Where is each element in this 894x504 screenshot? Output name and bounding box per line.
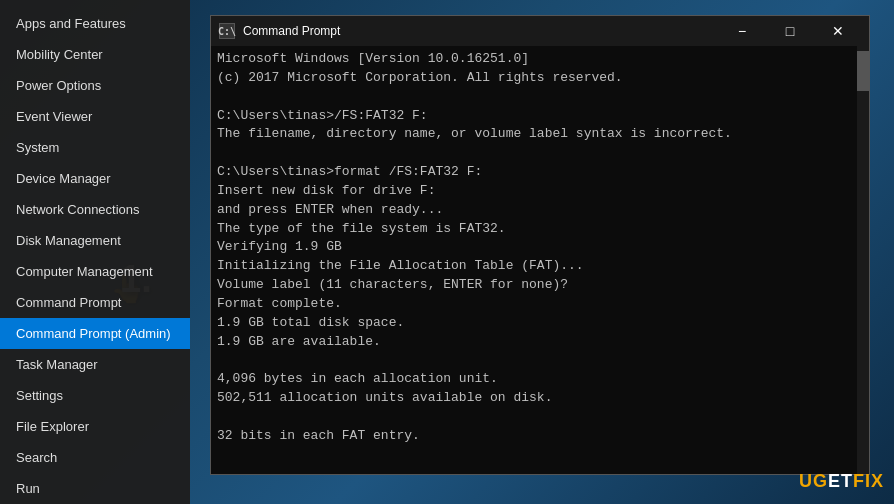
cmd-title-text: Command Prompt [243,24,719,38]
cmd-window-controls: − □ ✕ [719,16,861,46]
cmd-content: Microsoft Windows [Version 10.0.16251.0]… [217,50,863,446]
menu-item-network-connections[interactable]: Network Connections [0,194,190,225]
menu-item-search[interactable]: Search [0,442,190,473]
command-prompt-window: C:\ Command Prompt − □ ✕ Microsoft Windo… [210,15,870,475]
menu-item-computer-management[interactable]: Computer Management [0,256,190,287]
menu-item-command-prompt-admin[interactable]: Command Prompt (Admin) [0,318,190,349]
menu-item-event-viewer[interactable]: Event Viewer [0,101,190,132]
cmd-line: The type of the file system is FAT32. [217,220,849,239]
restore-button[interactable]: □ [767,16,813,46]
menu-item-device-manager[interactable]: Device Manager [0,163,190,194]
cmd-line: Verifying 1.9 GB [217,238,849,257]
menu-item-apps-and-features[interactable]: Apps and Features [0,8,190,39]
minimize-button[interactable]: − [719,16,765,46]
watermark: UG ET FIX [799,471,884,492]
watermark-part3: FIX [853,471,884,492]
cmd-line [217,408,849,427]
cmd-line: Volume label (11 characters, ENTER for n… [217,276,849,295]
cmd-line: Insert new disk for drive F: [217,182,849,201]
cmd-line: 502,511 allocation units available on di… [217,389,849,408]
cmd-line [217,88,849,107]
watermark-part2: ET [828,471,853,492]
menu-item-file-explorer[interactable]: File Explorer [0,411,190,442]
cmd-line: 1.9 GB total disk space. [217,314,849,333]
cmd-line: 32 bits in each FAT entry. [217,427,849,446]
menu-item-power-options[interactable]: Power Options [0,70,190,101]
cmd-titlebar: C:\ Command Prompt − □ ✕ [211,16,869,46]
cmd-line: Initializing the File Allocation Table (… [217,257,849,276]
menu-item-mobility-center[interactable]: Mobility Center [0,39,190,70]
cmd-scrollbar[interactable] [857,46,869,474]
cmd-line: 4,096 bytes in each allocation unit. [217,370,849,389]
cmd-line: C:\Users\tinas>/FS:FAT32 F: [217,107,849,126]
cmd-line: (c) 2017 Microsoft Corporation. All righ… [217,69,849,88]
menu-item-settings[interactable]: Settings [0,380,190,411]
cmd-line: Microsoft Windows [Version 10.0.16251.0] [217,50,849,69]
cmd-scrollbar-thumb[interactable] [857,51,869,91]
cmd-line [217,144,849,163]
menu-item-task-manager[interactable]: Task Manager [0,349,190,380]
watermark-part1: UG [799,471,828,492]
cmd-window-icon: C:\ [219,23,235,39]
menu-item-disk-management[interactable]: Disk Management [0,225,190,256]
close-button[interactable]: ✕ [815,16,861,46]
cmd-line: C:\Users\tinas>format /FS:FAT32 F: [217,163,849,182]
menu-item-system[interactable]: System [0,132,190,163]
cmd-body: Microsoft Windows [Version 10.0.16251.0]… [211,46,869,474]
cmd-line: 1.9 GB are available. [217,333,849,352]
menu-items-list: Apps and FeaturesMobility CenterPower Op… [0,0,190,504]
cmd-line [217,352,849,371]
cmd-line: and press ENTER when ready... [217,201,849,220]
menu-item-command-prompt[interactable]: Command Prompt [0,287,190,318]
cmd-line: The filename, directory name, or volume … [217,125,849,144]
menu-item-run[interactable]: Run [0,473,190,504]
start-menu: Apps and FeaturesMobility CenterPower Op… [0,0,190,504]
cmd-line: Format complete. [217,295,849,314]
